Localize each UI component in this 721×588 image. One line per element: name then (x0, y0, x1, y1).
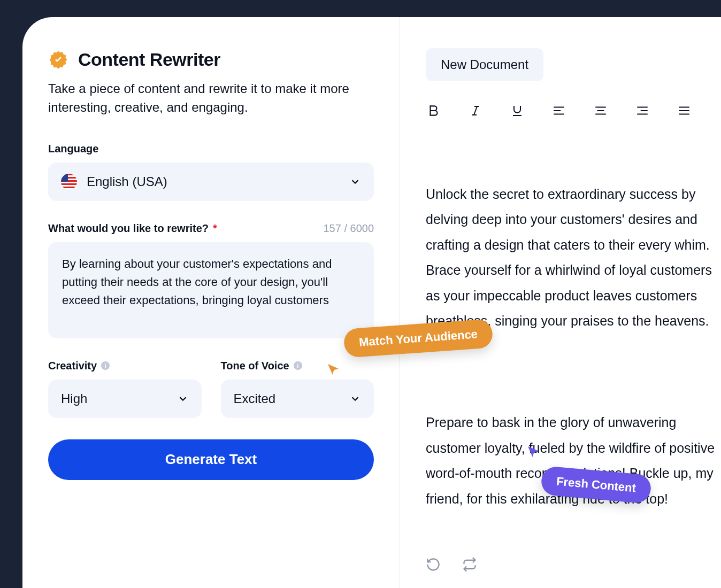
repeat-button[interactable] (462, 557, 477, 572)
chevron-down-icon (349, 393, 361, 405)
underline-button[interactable] (509, 103, 525, 119)
info-icon[interactable]: i (101, 361, 110, 370)
svg-rect-2 (61, 174, 77, 175)
app-window: Content Rewriter Take a piece of content… (22, 17, 721, 588)
tone-select[interactable]: Excited (221, 380, 374, 418)
page-title: Content Rewriter (78, 49, 220, 70)
align-left-button[interactable] (551, 103, 567, 119)
tone-value: Excited (234, 391, 340, 406)
cursor-icon (325, 361, 341, 377)
svg-line-10 (474, 106, 477, 115)
align-justify-button[interactable] (676, 103, 692, 119)
creativity-label: Creativity i (48, 360, 202, 372)
svg-rect-7 (61, 174, 68, 182)
creativity-value: High (61, 391, 167, 406)
language-select[interactable]: English (USA) (48, 163, 374, 201)
svg-rect-6 (61, 187, 77, 188)
usa-flag-icon (61, 174, 77, 190)
verified-badge-icon (48, 50, 68, 70)
info-icon[interactable]: i (294, 361, 302, 370)
char-counter: 157 / 6000 (323, 222, 374, 235)
align-center-button[interactable] (593, 103, 609, 119)
svg-rect-5 (61, 183, 77, 185)
italic-button[interactable] (467, 103, 484, 119)
generate-button[interactable]: Generate Text (48, 439, 374, 480)
refresh-button[interactable] (426, 557, 441, 572)
rewrite-textarea[interactable] (48, 242, 374, 338)
chevron-down-icon (349, 176, 361, 188)
bold-button[interactable] (426, 103, 442, 119)
language-label: Language (48, 143, 374, 155)
format-toolbar (426, 103, 721, 119)
tone-label: Tone of Voice i (221, 360, 374, 372)
left-panel: Content Rewriter Take a piece of content… (22, 17, 400, 588)
page-subtitle: Take a piece of content and rewrite it t… (48, 80, 374, 117)
document-tab[interactable]: New Document (426, 48, 543, 81)
cursor-icon (525, 444, 541, 460)
language-value: English (USA) (87, 174, 340, 189)
chevron-down-icon (177, 393, 189, 405)
align-right-button[interactable] (634, 103, 650, 119)
rewrite-label: What would you like to rewrite?* (48, 222, 217, 235)
creativity-select[interactable]: High (48, 380, 202, 418)
right-panel: New Document (400, 17, 721, 588)
